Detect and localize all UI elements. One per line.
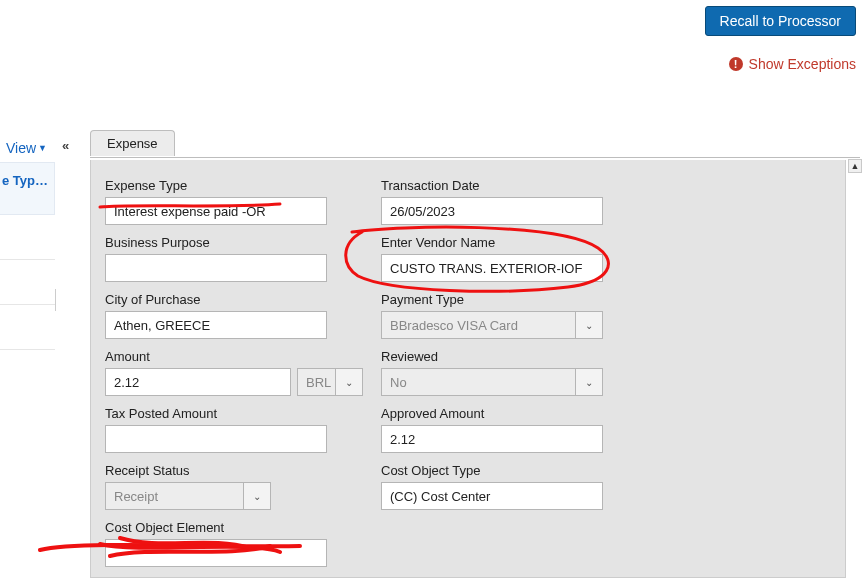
payment-type-caret-icon[interactable]: ⌄ bbox=[575, 311, 603, 339]
expense-type-label: Expense Type bbox=[105, 178, 355, 193]
cost-object-element-label: Cost Object Element bbox=[105, 520, 355, 535]
business-purpose-label: Business Purpose bbox=[105, 235, 355, 250]
amount-field[interactable] bbox=[105, 368, 291, 396]
collapse-icon[interactable]: « bbox=[62, 138, 69, 153]
tab-strip: Expense bbox=[90, 130, 860, 158]
payment-type-label: Payment Type bbox=[381, 292, 631, 307]
list-item[interactable] bbox=[0, 305, 55, 350]
approved-amount-label: Approved Amount bbox=[381, 406, 631, 421]
expense-type-column-header[interactable]: e Typ… bbox=[0, 162, 55, 215]
receipt-status-caret-icon[interactable]: ⌄ bbox=[243, 482, 271, 510]
list-item[interactable] bbox=[0, 260, 55, 305]
show-exceptions-link[interactable]: ! Show Exceptions bbox=[729, 56, 856, 72]
amount-label: Amount bbox=[105, 349, 355, 364]
city-of-purchase-label: City of Purchase bbox=[105, 292, 355, 307]
transaction-date-field[interactable] bbox=[381, 197, 603, 225]
cost-object-type-label: Cost Object Type bbox=[381, 463, 631, 478]
currency-caret-icon[interactable]: ⌄ bbox=[335, 368, 363, 396]
vendor-name-field[interactable] bbox=[381, 254, 603, 282]
alert-icon: ! bbox=[729, 57, 743, 71]
cost-object-type-field[interactable] bbox=[381, 482, 603, 510]
reviewed-field[interactable] bbox=[381, 368, 603, 396]
city-of-purchase-field[interactable] bbox=[105, 311, 327, 339]
payment-type-field[interactable] bbox=[381, 311, 603, 339]
caret-down-icon: ▼ bbox=[38, 143, 47, 153]
transaction-date-label: Transaction Date bbox=[381, 178, 631, 193]
list-item[interactable] bbox=[0, 215, 55, 260]
list-rows bbox=[0, 215, 55, 350]
approved-amount-field[interactable] bbox=[381, 425, 603, 453]
divider bbox=[55, 289, 56, 311]
show-exceptions-label: Show Exceptions bbox=[749, 56, 856, 72]
expense-type-field[interactable] bbox=[105, 197, 327, 225]
tab-expense[interactable]: Expense bbox=[90, 130, 175, 156]
view-menu[interactable]: View ▼ bbox=[0, 134, 53, 162]
tax-posted-amount-label: Tax Posted Amount bbox=[105, 406, 355, 421]
expense-form-panel: Expense Type Business Purpose City of Pu… bbox=[90, 160, 846, 578]
tax-posted-amount-field[interactable] bbox=[105, 425, 327, 453]
recall-to-processor-button[interactable]: Recall to Processor bbox=[705, 6, 856, 36]
reviewed-caret-icon[interactable]: ⌄ bbox=[575, 368, 603, 396]
vendor-name-label: Enter Vendor Name bbox=[381, 235, 631, 250]
scroll-up-button[interactable]: ▲ bbox=[848, 159, 862, 173]
business-purpose-field[interactable] bbox=[105, 254, 327, 282]
reviewed-label: Reviewed bbox=[381, 349, 631, 364]
view-label: View bbox=[6, 140, 36, 156]
cost-object-element-field[interactable] bbox=[105, 539, 327, 567]
receipt-status-label: Receipt Status bbox=[105, 463, 355, 478]
